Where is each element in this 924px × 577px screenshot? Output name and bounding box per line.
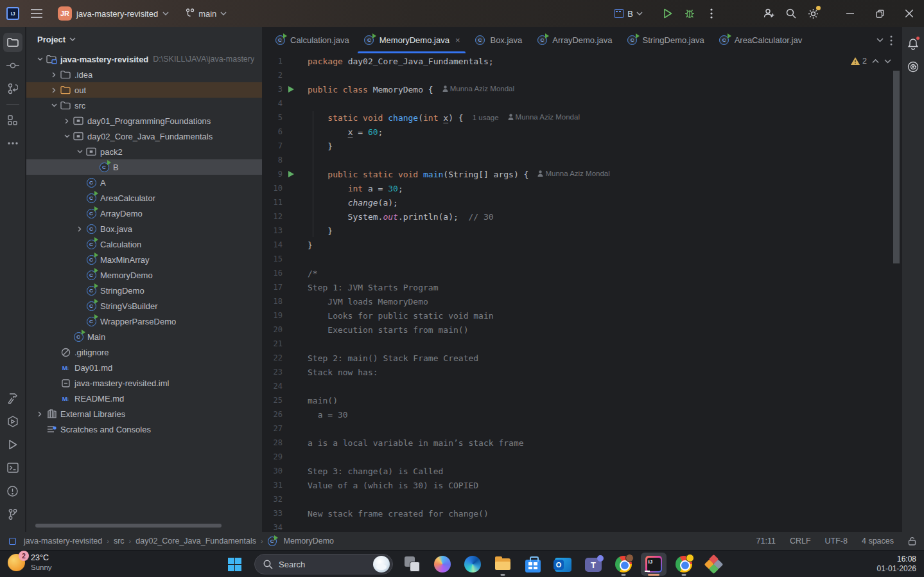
chevron-right-icon[interactable] xyxy=(34,408,46,420)
taskbar-chrome-profile-2-button[interactable] xyxy=(671,553,697,576)
tree-item-readme-md[interactable]: M↓README.md xyxy=(26,391,262,406)
taskbar-outlook-button[interactable] xyxy=(550,553,576,576)
tab-list-chevron-icon[interactable] xyxy=(876,38,884,42)
debug-button[interactable] xyxy=(679,4,701,23)
tool-version-control-button[interactable] xyxy=(3,504,22,524)
tree-item-external-libraries[interactable]: External Libraries xyxy=(26,406,262,422)
tree-item-day02-core-java-fundamentals[interactable]: day02_Core_Java_Fundamentals xyxy=(26,129,262,144)
line-separator[interactable]: CRLF xyxy=(790,537,811,546)
tool-project-button[interactable] xyxy=(3,33,22,52)
file-encoding[interactable]: UTF-8 xyxy=(825,537,848,546)
tool-build-button[interactable] xyxy=(3,389,22,408)
chevron-right-icon[interactable] xyxy=(61,115,73,127)
breadcrumb-item-memorydemo[interactable]: CMemoryDemo xyxy=(268,537,335,546)
more-tool-windows-button[interactable] xyxy=(3,134,22,153)
tab-options-icon[interactable] xyxy=(890,35,893,46)
taskbar-copilot-button[interactable] xyxy=(430,553,455,576)
unlock-icon[interactable] xyxy=(908,537,916,546)
notifications-button[interactable] xyxy=(904,35,922,53)
search-everywhere-button[interactable] xyxy=(780,4,802,23)
gutter-run-button[interactable] xyxy=(283,167,299,181)
project-panel-header[interactable]: Project xyxy=(26,27,262,51)
taskbar-clock[interactable]: 16:08 01-01-2026 xyxy=(877,555,916,574)
editor-tab-box-java[interactable]: CBox.java xyxy=(467,27,529,53)
tree-item-java-mastery-revisited[interactable]: java-mastery-revisitedD:\SKILL\JAVA\java… xyxy=(26,51,262,67)
tool-services-button[interactable] xyxy=(3,412,22,431)
editor-tab-stringdemo-java[interactable]: CStringDemo.java xyxy=(620,27,711,53)
taskbar-diamond-app-button[interactable] xyxy=(701,553,727,576)
author-inlay-hint[interactable]: Munna Aziz Mondal xyxy=(537,170,609,177)
chevron-down-icon[interactable] xyxy=(48,100,60,111)
window-close-button[interactable] xyxy=(894,0,924,27)
tree-item-b[interactable]: CB xyxy=(26,159,262,175)
chevron-down-icon[interactable] xyxy=(34,53,46,65)
inspections-widget[interactable]: 2 xyxy=(851,57,891,66)
tree-item-arraydemo[interactable]: CArrayDemo xyxy=(26,206,262,221)
chevron-right-icon[interactable] xyxy=(74,223,85,235)
tree-item-a[interactable]: CA xyxy=(26,175,262,190)
chevron-down-icon[interactable] xyxy=(74,146,85,157)
tree-item-main[interactable]: CMain xyxy=(26,329,262,344)
tool-git-button[interactable] xyxy=(3,79,22,98)
run-configuration-selector[interactable]: B xyxy=(609,7,648,21)
chevron-right-icon[interactable] xyxy=(48,84,60,96)
more-actions-button[interactable] xyxy=(701,4,722,23)
editor-tab-memorydemo-java[interactable]: CMemoryDemo.java× xyxy=(356,27,467,53)
tree-item-box-java[interactable]: CBox.java xyxy=(26,221,262,236)
gutter-run-button[interactable] xyxy=(283,82,299,96)
tree-item--gitignore[interactable]: .gitignore xyxy=(26,344,262,360)
project-horizontal-scrollbar[interactable] xyxy=(35,524,222,528)
tree-item-memorydemo[interactable]: CMemoryDemo xyxy=(26,267,262,283)
prev-warning-icon[interactable] xyxy=(872,59,879,64)
taskbar-search-input[interactable]: Search xyxy=(254,554,393,574)
tool-terminal-button[interactable] xyxy=(3,458,22,477)
weather-widget[interactable]: 2 23°C Sunny xyxy=(8,553,52,572)
tree-item-areacalculator[interactable]: CAreaCalculator xyxy=(26,190,262,206)
settings-button[interactable] xyxy=(802,4,824,23)
taskbar-chrome-profile-1-button[interactable] xyxy=(611,553,636,576)
usage-inlay-hint[interactable]: 1 usage xyxy=(473,114,499,121)
chevron-right-icon[interactable] xyxy=(48,69,60,80)
window-minimize-button[interactable] xyxy=(835,0,865,27)
editor-tab-arraydemo-java[interactable]: CArrayDemo.java xyxy=(529,27,619,53)
tree-item-stringvsbuilder[interactable]: CStringVsBuilder xyxy=(26,298,262,314)
tree-item-stringdemo[interactable]: CStringDemo xyxy=(26,283,262,298)
code-with-me-button[interactable] xyxy=(758,4,780,23)
vcs-branch-widget[interactable]: main xyxy=(182,6,231,21)
tool-run-button[interactable] xyxy=(3,435,22,454)
tree-item-scratches-and-consoles[interactable]: Scratches and Consoles xyxy=(26,422,262,437)
tree-item-day01-programmingfoundations[interactable]: day01_ProgrammingFoundations xyxy=(26,113,262,129)
taskbar-file-explorer-button[interactable] xyxy=(490,553,516,576)
tree-item-out[interactable]: out xyxy=(26,82,262,98)
tree-item-java-mastery-revisited-iml[interactable]: java-mastery-revisited.iml xyxy=(26,375,262,391)
tree-item--idea[interactable]: .idea xyxy=(26,67,262,82)
tree-item-calculation[interactable]: CCalculation xyxy=(26,236,262,252)
tool-structure-button[interactable] xyxy=(3,111,22,130)
taskbar-teams-button[interactable] xyxy=(580,553,606,576)
taskbar-task-view-button[interactable] xyxy=(399,553,425,576)
tree-item-maxminarray[interactable]: CMaxMinArray xyxy=(26,252,262,267)
breadcrumb-item-day02-core-java-fundamentals[interactable]: day02_Core_Java_Fundamentals xyxy=(135,537,256,546)
taskbar-intellij-idea-button[interactable]: IJ xyxy=(641,553,667,576)
author-inlay-hint[interactable]: Munna Aziz Mondal xyxy=(508,113,580,121)
tree-item-day01-md[interactable]: M↓Day01.md xyxy=(26,360,262,375)
taskbar-microsoft-store-button[interactable] xyxy=(520,553,546,576)
tab-close-icon[interactable]: × xyxy=(455,35,460,45)
run-button[interactable] xyxy=(657,4,679,23)
breadcrumb-item-src[interactable]: src xyxy=(114,537,125,546)
breadcrumb-item-java-mastery-revisited[interactable]: java-mastery-revisited xyxy=(8,537,102,546)
chevron-down-icon[interactable] xyxy=(61,130,73,142)
start-button[interactable] xyxy=(226,556,243,573)
tree-item-wrapperparsedemo[interactable]: CWrapperParseDemo xyxy=(26,314,262,329)
next-warning-icon[interactable] xyxy=(884,59,891,64)
code-editor[interactable]: 1package day02_Core_Java_Fundamentals;23… xyxy=(262,54,902,532)
ai-assistant-button[interactable] xyxy=(904,58,922,76)
editor-vertical-scrollbar[interactable] xyxy=(893,71,900,263)
author-inlay-hint[interactable]: Munna Aziz Mondal xyxy=(442,85,514,93)
indent-setting[interactable]: 4 spaces xyxy=(862,537,894,546)
tree-item-src[interactable]: src xyxy=(26,98,262,113)
main-menu-button[interactable] xyxy=(28,5,45,22)
project-widget[interactable]: JR java-mastery-revisited xyxy=(54,4,173,22)
editor-tab-areacalculator-jav[interactable]: CAreaCalculator.jav xyxy=(711,27,810,53)
window-restore-button[interactable] xyxy=(865,0,894,27)
